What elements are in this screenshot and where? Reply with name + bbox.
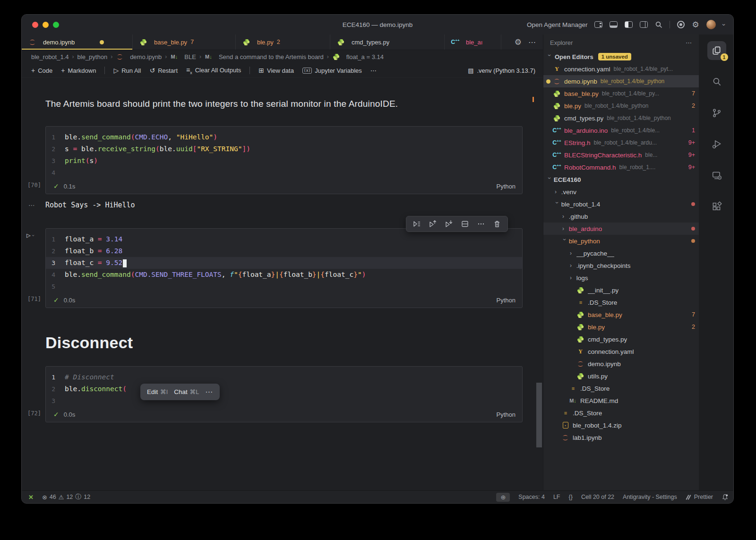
account-avatar[interactable] bbox=[706, 20, 716, 29]
breadcrumb-item[interactable]: ble_robot_1.4 bbox=[31, 53, 69, 60]
toggle-panel-icon[interactable] bbox=[610, 21, 618, 28]
run-cell-button[interactable]: ▷› bbox=[26, 231, 34, 240]
tree-item-connection.yaml[interactable]: Yconnection.yaml bbox=[543, 345, 699, 358]
tree-item-ble_python[interactable]: › ble_python bbox=[543, 235, 699, 247]
breadcrumb-item[interactable]: M↓BLE bbox=[170, 53, 196, 60]
tree-item-.DS_Store[interactable]: ≡.DS_Store bbox=[543, 382, 699, 394]
tree-item-lab1.ipynb[interactable]: lab1.ipynb bbox=[543, 431, 699, 444]
remote-indicator[interactable]: ✕ bbox=[28, 494, 34, 501]
problems-indicator[interactable]: ⊗46 ⚠12 ⓘ12 bbox=[42, 493, 90, 501]
tree-item-cmd_types.py[interactable]: cmd_types.py bbox=[543, 333, 699, 345]
code-line[interactable]: 2float_b = 6.28 bbox=[46, 245, 522, 257]
customize-layout-icon[interactable] bbox=[594, 21, 602, 28]
source-control-activity-button[interactable] bbox=[707, 103, 726, 122]
cell-editor[interactable]: 1float_a = 3.142float_b = 6.283float_c =… bbox=[45, 228, 523, 308]
tree-item-.github[interactable]: › .github bbox=[543, 210, 699, 223]
code-line[interactable]: 3float_c = 9.52 bbox=[46, 257, 522, 269]
close-window-button[interactable] bbox=[32, 22, 38, 28]
open-editor-RobotCommand.h[interactable]: C++RobotCommand.hble_robot_1....9+ bbox=[543, 161, 699, 173]
add-code-cell-button[interactable]: +Code bbox=[31, 67, 52, 74]
code-line[interactable]: 1float_a = 3.14 bbox=[46, 233, 522, 245]
breadcrumb-item[interactable]: float_a = 3.14 bbox=[332, 53, 384, 60]
explorer-more-button[interactable]: ⋯ bbox=[686, 39, 692, 46]
run-cells-below-icon[interactable] bbox=[445, 220, 453, 228]
tree-item-base_ble.py[interactable]: base_ble.py7 bbox=[543, 309, 699, 321]
tree-item-.venv[interactable]: › .venv bbox=[543, 186, 699, 198]
tree-item-ble_arduino[interactable]: › ble_arduino bbox=[543, 223, 699, 235]
code-line[interactable]: 2ble.disconnect( bbox=[46, 383, 522, 395]
open-editor-BLECStringCharacteristic.h[interactable]: C++BLECStringCharacteristic.hble...9+ bbox=[543, 149, 699, 161]
search-icon[interactable] bbox=[655, 21, 662, 28]
execute-cell-icon[interactable] bbox=[412, 220, 421, 228]
tree-item-ble.py[interactable]: ble.py2 bbox=[543, 321, 699, 333]
tab-cmd_types.py[interactable]: cmd_types.py bbox=[330, 34, 445, 50]
zoom-button[interactable]: ⊕ bbox=[496, 493, 510, 502]
kernel-picker[interactable]: ▤.venv (Python 3.13.7) bbox=[468, 67, 543, 74]
run-all-button[interactable]: ▷Run All bbox=[113, 67, 141, 74]
edit-button[interactable]: Edit bbox=[147, 388, 158, 395]
code-line[interactable]: 1ble.send_command(CMD.ECHO, "HiHello") bbox=[46, 131, 522, 143]
popup-more-button[interactable]: ⋯ bbox=[205, 387, 213, 396]
open-editor-cmd_types.py[interactable]: cmd_types.pyble_robot_1.4/ble_python bbox=[543, 112, 699, 124]
open-editor-connection.yaml[interactable]: Yconnection.yamlble_robot_1.4/ble_pyt... bbox=[543, 63, 699, 75]
tree-item-.DS_Store[interactable]: ≡.DS_Store bbox=[543, 407, 699, 419]
code-line[interactable]: 3print(s) bbox=[46, 155, 522, 167]
cell-editor[interactable]: Edit ⌘I Chat ⌘L ⋯ 1# Disconnect2ble.disc… bbox=[45, 366, 523, 422]
tree-item-ECE4160[interactable]: › ECE4160 bbox=[543, 173, 699, 186]
tree-item-ble_robot_1.4[interactable]: › ble_robot_1.4 bbox=[543, 198, 699, 210]
tree-item-.DS_Store[interactable]: ≡.DS_Store bbox=[543, 296, 699, 309]
tab-settings-gear-icon[interactable]: ⚙ bbox=[515, 38, 522, 46]
tree-item-demo.ipynb[interactable]: demo.ipynb bbox=[543, 358, 699, 370]
view-data-button[interactable]: ⊞View data bbox=[258, 67, 294, 74]
tree-item-ble_robot_1.4.zip[interactable]: ▪ble_robot_1.4.zip bbox=[543, 419, 699, 431]
tab-ble.py[interactable]: ble.py2 bbox=[236, 34, 330, 50]
tree-item-__init__.py[interactable]: __init__.py bbox=[543, 284, 699, 296]
tree-item-utils.py[interactable]: utils.py bbox=[543, 370, 699, 382]
settings-gear-icon[interactable]: ⚙ bbox=[692, 21, 699, 29]
code-line[interactable]: 5 bbox=[46, 281, 522, 292]
restart-kernel-button[interactable]: ↺Restart bbox=[149, 67, 178, 74]
run-options-chevron-icon[interactable]: › bbox=[31, 234, 36, 237]
breadcrumb-item[interactable]: demo.ipynb bbox=[116, 53, 162, 60]
code-line[interactable]: 3 bbox=[46, 395, 522, 407]
chat-button[interactable]: Chat bbox=[174, 388, 188, 395]
clear-all-outputs-button[interactable]: ≡xClear All Outputs bbox=[186, 66, 241, 75]
toggle-secondary-sidebar-icon[interactable] bbox=[640, 21, 648, 28]
tab-base_ble.py[interactable]: base_ble.py7 bbox=[133, 34, 236, 50]
breadcrumb-item[interactable]: M↓Send a command to the Artemis board bbox=[205, 53, 324, 60]
add-markdown-cell-button[interactable]: +Markdown bbox=[61, 67, 96, 74]
maximize-window-button[interactable] bbox=[53, 22, 59, 28]
more-actions-icon[interactable] bbox=[477, 220, 485, 228]
run-debug-activity-button[interactable] bbox=[707, 135, 726, 154]
account-chevron-icon[interactable]: › bbox=[720, 24, 727, 26]
toggle-sidebar-icon[interactable] bbox=[625, 21, 633, 28]
breadcrumb-item[interactable]: ble_python bbox=[77, 53, 108, 60]
open-editor-base_ble.py[interactable]: base_ble.pyble_robot_1.4/ble_py...7 bbox=[543, 87, 699, 100]
open-editors-section[interactable]: › Open Editors 1 unsaved bbox=[543, 51, 699, 63]
minimize-window-button[interactable] bbox=[43, 22, 49, 28]
notifications-bell-button[interactable] bbox=[722, 494, 729, 501]
code-line[interactable]: 4 bbox=[46, 167, 522, 179]
language-braces-indicator[interactable]: {} bbox=[569, 494, 573, 500]
toolbar-more-button[interactable]: ⋯ bbox=[370, 67, 377, 74]
open-editor-demo.ipynb[interactable]: demo.ipynbble_robot_1.4/ble_python bbox=[543, 75, 699, 87]
tree-item-README.md[interactable]: M↓README.md bbox=[543, 394, 699, 407]
extensions-activity-button[interactable] bbox=[707, 197, 726, 216]
explorer-activity-button[interactable]: 1 bbox=[707, 41, 726, 60]
remote-explorer-activity-button[interactable] bbox=[707, 166, 726, 185]
cell-language[interactable]: Python bbox=[497, 297, 515, 304]
prettier-indicator[interactable]: Prettier bbox=[686, 494, 713, 500]
eol-indicator[interactable]: LF bbox=[553, 494, 560, 500]
tab-demo.ipynb[interactable]: demo.ipynb bbox=[22, 34, 133, 50]
delete-cell-icon[interactable] bbox=[493, 220, 501, 228]
output-actions-button[interactable]: ⋯ bbox=[22, 201, 45, 209]
tree-item-logs[interactable]: › logs bbox=[543, 272, 699, 284]
cell-language[interactable]: Python bbox=[497, 183, 515, 190]
cell-language[interactable]: Python bbox=[497, 411, 515, 418]
open-editor-EString.h[interactable]: C++EString.hble_robot_1.4/ble_ardu...9+ bbox=[543, 137, 699, 149]
open-editor-ble_arduino.ino[interactable]: C++ble_arduino.inoble_robot_1.4/ble...1 bbox=[543, 124, 699, 137]
editor-scrollbar[interactable] bbox=[536, 383, 542, 447]
search-activity-button[interactable] bbox=[707, 72, 726, 91]
open-agent-manager-button[interactable]: Open Agent Manager bbox=[527, 21, 587, 28]
app-settings-indicator[interactable]: Antigravity - Settings bbox=[623, 494, 677, 500]
